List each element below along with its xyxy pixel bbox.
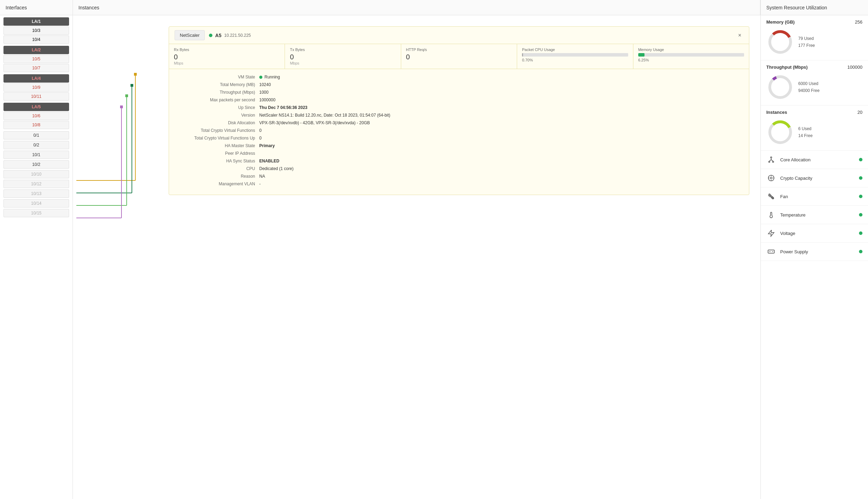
sysres-panel: Memory (GB) 256 79 Used 177 Free [760,15,868,499]
wire-diagram [73,21,163,223]
metric-packet-cpu: Packet CPU Usage 0.70% [517,44,633,69]
throughput-content: 6000 Used 94000 Free [766,73,862,101]
instances-header: Instances 20 [766,110,862,115]
sysres-header: System Resource Utilization [760,0,868,15]
iface-group-la1: LA/1 10/3 10/4 [0,17,73,44]
status-fan[interactable]: Fan [761,187,868,206]
detail-value: 0 [259,128,262,133]
temperature-label: Temperature [780,212,855,218]
memory-header: Memory (GB) 256 [766,19,862,25]
fan-icon [766,192,776,201]
instances-panel: NetScaler A5 10.221.50.225 × Rx Byte [73,15,760,499]
detail-row: Total Crypto Virtual Functions0 [176,128,742,133]
iface-10-10[interactable]: 10/10 [3,170,69,178]
detail-label: VM State [176,75,259,79]
iface-group-la5-header[interactable]: LA/5 [3,103,69,111]
iface-10-1[interactable]: 10/1 [3,151,69,159]
iface-group-la1-header[interactable]: LA/1 [3,17,69,26]
power-supply-status [859,250,862,253]
power-supply-icon [766,247,776,256]
iface-10-8[interactable]: 10/8 [3,121,69,129]
instance-close-button[interactable]: × [736,32,743,39]
iface-10-14[interactable]: 10/14 [3,199,69,208]
instances-free: 14 Free [798,133,812,138]
iface-10-4[interactable]: 10/4 [3,35,69,44]
rx-bytes-value: 0 [174,53,280,61]
metric-tx-bytes: Tx Bytes 0 Mbps [285,44,401,69]
iface-group-la4-header[interactable]: LA/4 [3,74,69,83]
instance-card-container: NetScaler A5 10.221.50.225 × Rx Byte [163,21,760,223]
memory-content: 79 Used 177 Free [766,28,862,56]
memory-donut [766,28,794,56]
iface-10-6[interactable]: 10/6 [3,112,69,120]
iface-10-15[interactable]: 10/15 [3,209,69,217]
status-crypto-capacity[interactable]: Crypto Capacity [761,169,868,187]
instances-total: 20 [858,110,862,115]
detail-label: Version [176,113,259,118]
metric-rx-bytes: Rx Bytes 0 Mbps [169,44,285,69]
svg-point-20 [773,161,774,163]
svg-rect-2 [134,73,137,76]
tx-bytes-value: 0 [290,53,396,61]
status-core-allocation[interactable]: Core Allocation [761,151,868,169]
instance-tab[interactable]: NetScaler [175,30,205,40]
throughput-used: 6000 Used [798,81,819,86]
instances-header: Instances [73,0,760,15]
sysres-title: System Resource Utilization [766,5,827,10]
memory-title: Memory (GB) [766,19,795,25]
core-allocation-status [859,158,862,161]
detail-value: 0 [259,136,262,141]
tx-bytes-label: Tx Bytes [290,48,396,52]
detail-label: Disk Allocation [176,120,259,125]
instance-name: A5 [215,33,221,38]
status-temperature[interactable]: Temperature [761,206,868,224]
throughput-stats: 6000 Used 94000 Free [798,81,819,93]
detail-row: Max packets per second1000000 [176,98,742,102]
status-power-supply[interactable]: Power Supply [761,243,868,261]
iface-10-12[interactable]: 10/12 [3,180,69,188]
svg-point-25 [770,177,772,179]
throughput-title: Throughput (Mbps) [766,65,808,70]
status-voltage[interactable]: Voltage [761,224,868,243]
iface-10-2[interactable]: 10/2 [3,160,69,169]
voltage-status [859,231,862,235]
iface-10-3[interactable]: 10/3 [3,26,69,35]
detail-row: Up SinceThu Dec 7 04:56:36 2023 [176,105,742,110]
iface-10-5[interactable]: 10/5 [3,55,69,63]
vm-state-dot [259,76,262,79]
iface-10-7[interactable]: 10/7 [3,64,69,72]
detail-row: HA Master StatePrimary [176,143,742,148]
iface-10-11[interactable]: 10/11 [3,92,69,101]
iface-group-la2-header[interactable]: LA/2 [3,46,69,54]
svg-rect-5 [130,84,133,87]
iface-0-1[interactable]: 0/1 [3,131,69,139]
detail-label: Peer IP Address [176,151,259,156]
detail-value: Dedicated (1 core) [259,166,294,171]
detail-value: Running [259,75,280,79]
instance-card: NetScaler A5 10.221.50.225 × Rx Byte [169,26,749,195]
svg-rect-8 [125,94,128,97]
iface-10-13[interactable]: 10/13 [3,189,69,198]
instance-card-header: NetScaler A5 10.221.50.225 × [169,27,749,44]
iface-group-la4: LA/4 10/9 10/11 [0,74,73,101]
svg-point-18 [770,157,772,158]
instance-info: A5 10.221.50.225 [209,33,736,38]
iface-0-2[interactable]: 0/2 [3,141,69,149]
detail-row: Throughput (Mbps)1000 [176,90,742,95]
iface-10-9[interactable]: 10/9 [3,83,69,92]
instance-ip: 10.221.50.225 [224,33,251,38]
detail-row: Total Memory (MB)10240 [176,82,742,87]
metric-memory-usage: Memory Usage 6.25% [633,44,749,69]
rx-bytes-label: Rx Bytes [174,48,280,52]
svg-rect-11 [120,105,123,108]
power-supply-label: Power Supply [780,249,855,254]
detail-value: 1000 [259,90,269,95]
memory-stats: 79 Used 177 Free [798,36,815,48]
detail-label: Reason [176,174,259,179]
detail-label: Management VLAN [176,181,259,186]
detail-row: Disk AllocationVPX-SR-3(/dev/xvdb) - 42G… [176,120,742,125]
svg-point-14 [770,77,791,98]
detail-value: Thu Dec 7 04:56:36 2023 [259,105,307,110]
cpu-bar [522,53,628,57]
detail-label: Total Memory (MB) [176,82,259,87]
